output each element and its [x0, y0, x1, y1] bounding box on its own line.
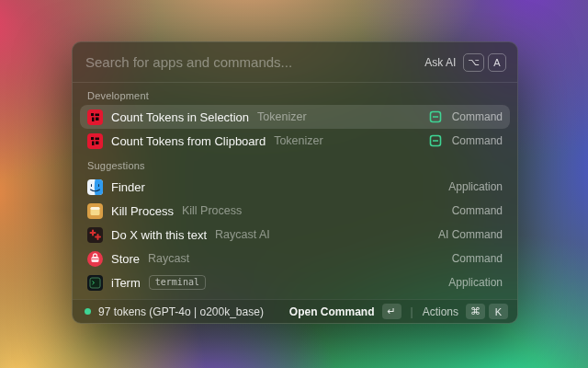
command-icon [429, 110, 442, 123]
raycast-launcher-window: Ask AI ⌥A DevelopmentCount Tokens in Sel… [72, 41, 518, 324]
ask-ai-keycap: ⌥ [463, 53, 484, 72]
ask-ai-label: Ask AI [424, 56, 456, 69]
tokenizer-icon [87, 133, 103, 149]
ask-ai-control[interactable]: Ask AI ⌥A [424, 53, 506, 72]
item-subtitle: Raycast [148, 252, 189, 265]
item-title: Do X with this text [111, 228, 207, 242]
actions-keycap: K [489, 304, 508, 319]
item-title: Count Tokens in Selection [111, 110, 249, 124]
item-title: Kill Process [111, 204, 174, 218]
item-subtitle: Tokenizer [257, 110, 307, 123]
item-title: Count Tokens from Clipboard [111, 134, 266, 148]
token-count-status: 97 tokens (GPT-4o | o200k_base) [98, 305, 282, 318]
command-icon [429, 134, 442, 147]
item-title: Store [111, 252, 140, 266]
item-type-label: Command [452, 252, 503, 265]
status-dot-icon [85, 308, 91, 315]
search-input[interactable] [85, 54, 417, 70]
item-type-label: AI Command [438, 228, 503, 241]
section-label: Suggestions [80, 153, 510, 175]
item-title: Finder [111, 180, 145, 194]
ask-ai-keycap: A [488, 53, 506, 72]
item-type-label: Application [448, 180, 503, 193]
raycast-ai-icon [87, 227, 103, 243]
status-bar: 97 tokens (GPT-4o | o200k_base) Open Com… [73, 299, 517, 323]
store-icon [87, 251, 103, 267]
finder-icon [87, 179, 103, 195]
item-type-label: Application [448, 276, 503, 289]
kill-process-icon [87, 203, 103, 219]
item-type-label: Command [452, 134, 503, 147]
tokenizer-icon [87, 109, 103, 125]
item-subtitle: Tokenizer [274, 134, 323, 147]
item-type-label: Command [452, 110, 503, 123]
list-item[interactable]: Kill ProcessKill ProcessCommand [80, 199, 510, 223]
section-label: Development [80, 83, 510, 105]
list-item[interactable]: Do X with this textRaycast AIAI Command [80, 223, 510, 247]
desktop: { "search": { "placeholder": "Search for… [0, 0, 588, 368]
actions-button[interactable]: Actions [423, 305, 458, 318]
list-item[interactable]: Count Tokens in SelectionTokenizerComman… [80, 105, 510, 129]
search-bar: Ask AI ⌥A [73, 42, 517, 83]
iterm-icon [87, 275, 103, 291]
list-item[interactable]: Count Tokens from ClipboardTokenizerComm… [80, 129, 510, 153]
actions-keycap: ⌘ [466, 304, 485, 319]
open-command-button[interactable]: Open Command [289, 305, 375, 318]
results-list: DevelopmentCount Tokens in SelectionToke… [73, 83, 517, 299]
item-title: iTerm [111, 276, 141, 290]
item-subtitle: Kill Process [182, 204, 242, 217]
item-keyword-badge: terminal [149, 275, 206, 290]
list-item[interactable]: iTermterminalApplication [80, 270, 510, 294]
return-key-icon: ↵ [382, 304, 401, 319]
list-item[interactable]: StoreRaycastCommand [80, 247, 510, 270]
ask-ai-shortcut-keys: ⌥A [463, 53, 506, 72]
item-type-label: Command [452, 204, 503, 217]
actions-shortcut-keys: ⌘K [466, 304, 508, 319]
item-subtitle: Raycast AI [215, 228, 270, 241]
statusbar-divider: | [411, 305, 413, 318]
list-item[interactable]: FinderApplication [80, 175, 510, 199]
